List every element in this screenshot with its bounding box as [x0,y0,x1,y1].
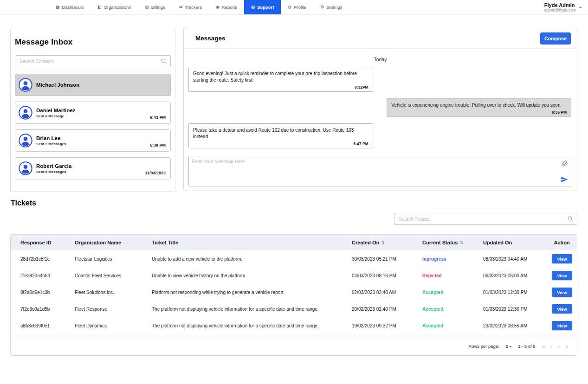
last-page-button[interactable] [565,343,569,350]
cell-created-on: 02/03/2023 03:40 AM [352,290,422,295]
cell-response-id: 28d72b1c8f1e [20,256,75,262]
cell-ticket-title: Platform not responding while trying to … [152,290,352,295]
nav-item[interactable]: ◍ Profile [281,0,313,14]
rows-per-page-select[interactable]: 5 [506,344,511,349]
message-bubble: Good evening! Just a quick reminder to c… [188,67,373,92]
search-icon [161,58,167,64]
col-action: Action [551,240,572,245]
nav-item-label: Profile [294,5,306,10]
cell-ticket-title: Unable to view vehicle history on the pl… [152,273,352,278]
sort-icon[interactable] [381,240,385,245]
avatar [19,78,32,92]
pagination-range: 1 - 5 of 5 [518,344,536,349]
view-button[interactable]: View [552,288,572,297]
nav-item-label: Dashboard [62,5,84,10]
table-row: f7e3920a4b6d Coastal Fleet Services Unab… [11,267,577,284]
message-text: Good evening! Just a quick reminder to c… [193,70,368,83]
search-icon [567,216,574,222]
view-button[interactable]: View [552,254,572,263]
contact-list-item[interactable]: Robert Garcia Sent 5 Messages 11/03/2022 [15,157,171,179]
cell-organization: Fleet Dynamics [75,323,152,328]
messages-header: Messages Compose [184,28,577,49]
cell-ticket-title: The platform not displaying vehicle info… [152,307,352,312]
col-current-status[interactable]: Current Status [422,240,483,245]
contact-subtitle: Sent 2 Messages [36,142,146,146]
cell-created-on: 19/02/2023 09:32 PM [352,323,422,328]
cell-updated-on: 06/03/2023 05:00 AM [483,273,551,278]
cell-response-id: 8f2a0d6e1c3b [20,290,75,295]
support-icon: ◎ [251,5,255,9]
status-badge: Inprogress [422,256,483,262]
table-row: 8f2a0d6e1c3b Fleet Solutions Inc. Platfo… [11,284,577,301]
sort-icon[interactable] [459,240,463,245]
nav-item[interactable]: ⚙ Settings [313,0,349,14]
prev-page-button[interactable] [550,343,552,350]
nav-item[interactable]: ▦ Dashboard [49,0,90,14]
dashboard-icon: ▦ [56,5,60,9]
top-nav: ▦ Dashboard ◧ Organizations ▤ Billings ⇄… [0,0,588,15]
cell-organization: Coastal Fleet Services [75,273,152,278]
col-organization: Organization Name [75,240,152,245]
view-button[interactable]: View [552,304,572,314]
nav-item[interactable]: ◧ Organizations [90,0,138,14]
nav-items: ▦ Dashboard ◧ Organizations ▤ Billings ⇄… [49,0,349,14]
col-response-id: Response ID [20,240,75,245]
cell-response-id: 7f2e3c0a1d5b [20,307,75,312]
first-page-button[interactable] [542,343,545,350]
message-inbox-panel: Message Inbox Michael Johnson [10,28,175,192]
col-ticket-title: Ticket Title [152,240,352,245]
cell-ticket-title: Unable to add a new vehicle to the platf… [152,256,352,262]
nav-item-label: Billings [151,5,165,10]
message-input[interactable] [192,159,556,183]
col-created-on[interactable]: Created On [352,240,422,245]
cell-created-on: 04/03/2023 08:16 PM [352,273,422,278]
search-tickets-input[interactable] [394,213,577,225]
cell-created-on: 20/02/2023 02:40 PM [352,307,422,312]
contact-subtitle: Sent 5 Messages [36,170,141,174]
nav-item-label: Organizations [104,5,131,10]
col-updated-on: Updated On [483,240,551,245]
cell-updated-on: 08/03/2023 04:40 AM [483,256,551,262]
support-page: ▦ Dashboard ◧ Organizations ▤ Billings ⇄… [0,0,588,384]
cell-response-id: f7e3920a4b6d [20,273,75,278]
trackers-icon: ⇄ [179,5,183,9]
attachment-icon[interactable] [562,160,568,166]
billings-icon: ▤ [145,5,149,9]
nav-item[interactable]: ▤ Billings [138,0,172,14]
contact-time: 6:43 PM [150,115,166,120]
send-icon[interactable] [561,176,568,183]
view-button[interactable]: View [552,271,572,280]
reports-icon: ◉ [216,5,220,9]
nav-item[interactable]: ◎ Support [244,0,281,14]
contact-list-item[interactable]: Brian Lee Sent 2 Messages 5:39 PM [15,129,171,152]
view-button[interactable]: View [552,321,572,330]
nav-item[interactable]: ⇄ Trackers [172,0,209,14]
profile-icon: ◍ [288,5,291,9]
table-body: 28d72b1c8f1e Fleetstar Logistics Unable … [11,250,577,334]
search-contacts-input[interactable] [15,55,171,67]
avatar [19,161,32,175]
cell-response-id: a8b3c6d9f0e1 [20,323,75,328]
contact-list-item[interactable]: Michael Johnson [15,74,171,96]
user-menu[interactable]: Flyde Admin admin@flyde.com › [544,0,582,15]
next-page-button[interactable] [558,343,560,350]
caret-down-icon [510,344,511,349]
table-row: 28d72b1c8f1e Fleetstar Logistics Unable … [11,250,577,267]
message-time: 6:32PM [193,85,368,90]
table-row: 7f2e3c0a1d5b Fleet Response The platform… [11,301,577,317]
cell-organization: Fleetstar Logistics [75,256,152,262]
compose-button[interactable]: Compose [540,32,571,45]
nav-item-label: Settings [326,5,342,10]
message-bubble: Please take a detour and avoid Route 102… [188,123,373,148]
contact-list: Michael Johnson Daniel Martinez Sent a M… [15,74,171,179]
avatar [19,106,32,120]
user-name: Flyde Admin [544,2,576,8]
messages-title: Messages [195,35,226,42]
user-email: admin@flyde.com [544,8,576,13]
contact-list-item[interactable]: Daniel Martinez Sent a Message 6:43 PM [15,102,171,124]
cell-updated-on: 01/03/2023 12:30 PM [483,307,551,312]
message-bubble: Vehicle is experiencing engine trouble. … [387,98,571,117]
nav-item[interactable]: ◉ Reports [209,0,244,14]
messages-panel: Messages Compose Today Good evening! Jus… [183,28,577,191]
cell-updated-on: 01/03/2023 12:30 PM [483,290,551,295]
